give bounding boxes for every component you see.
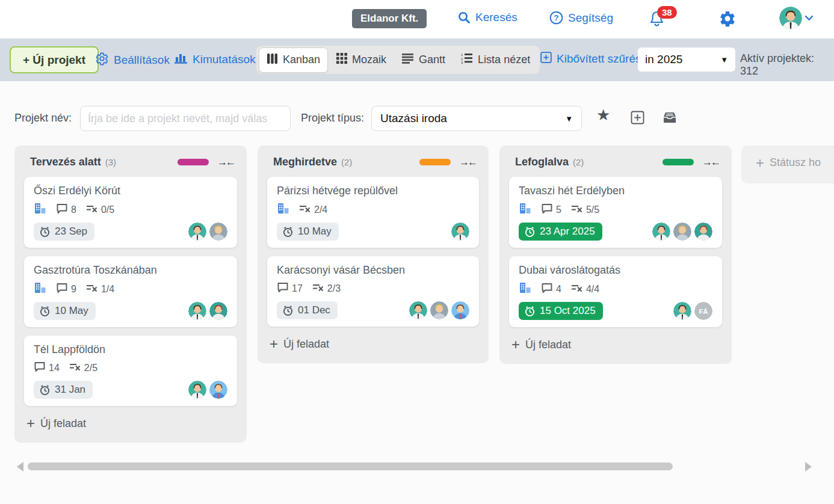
notifications-button[interactable]: 38: [649, 10, 676, 31]
assignee-avatar: [209, 302, 227, 320]
column-color-pill: [419, 159, 451, 165]
add-status-button[interactable]: +Státusz ho: [756, 156, 821, 170]
checklist-progress: 2/4: [314, 204, 327, 215]
tab-lista-nezet[interactable]: 123 Lista nézet: [454, 48, 537, 72]
project-card[interactable]: Őszi Erdélyi Körút80/523 Sep: [24, 177, 237, 248]
search-button[interactable]: Keresés: [457, 11, 517, 24]
svg-text:FÁ: FÁ: [699, 308, 708, 315]
card-title: Gasztrotúra Toszkánában: [34, 264, 227, 277]
project-card[interactable]: Gasztrotúra Toszkánában91/410 May: [24, 256, 237, 327]
project-card[interactable]: Párizsi hétvége repülővel2/410 May: [267, 177, 479, 248]
kanban-column: Meghirdetve(2)→←Párizsi hétvége repülőve…: [258, 146, 489, 363]
project-name-label: Projekt név:: [14, 112, 72, 124]
tab-label: Lista nézet: [478, 54, 530, 66]
project-card[interactable]: Dubai városlátogatás44/415 Oct 2025FÁ: [509, 256, 722, 327]
checklist-progress: 1/4: [101, 284, 114, 295]
collapse-column-icon[interactable]: →←: [217, 156, 236, 168]
comments-icon: [541, 283, 553, 296]
comments-count: 17: [292, 283, 303, 294]
help-button[interactable]: ? Segítség: [549, 11, 613, 25]
svg-text:2: 2: [461, 57, 463, 61]
collapse-column-icon[interactable]: →←: [459, 156, 478, 168]
settings-link[interactable]: Beállítások: [95, 52, 170, 69]
assignee-avatar: [652, 223, 670, 241]
add-task-button[interactable]: +Új feladat: [14, 406, 247, 439]
project-type-select[interactable]: Utazási iroda ▼: [371, 106, 582, 131]
card-title: Tavaszi hét Erdélyben: [519, 185, 712, 197]
assignee-avatar: FÁ: [694, 302, 712, 320]
svg-text:1: 1: [461, 53, 463, 57]
comments-icon: [277, 282, 289, 295]
checklist-icon: [86, 283, 98, 295]
column-title: Meghirdetve: [273, 156, 337, 168]
add-status-column[interactable]: +Státusz ho: [741, 146, 834, 183]
card-meta: 172/3: [277, 282, 469, 295]
kanban-column: Lefoglalva(2)→←Tavaszi hét Erdélyben55/5…: [499, 146, 732, 364]
assignee-avatars: [188, 381, 227, 399]
due-date-text: 23 Apr 2025: [540, 226, 595, 238]
caret-down-icon: ▼: [565, 114, 573, 123]
assignee-avatar: [673, 223, 691, 241]
checklist-progress: 2/5: [84, 363, 97, 373]
due-date-text: 10 May: [298, 226, 332, 238]
add-task-button[interactable]: +Új feladat: [499, 327, 732, 360]
card-meta: 2/4: [277, 203, 469, 217]
due-date-text: 15 Oct 2025: [540, 305, 596, 317]
project-card[interactable]: Tél Lappföldön142/531 Jan: [24, 336, 237, 406]
tab-kanban[interactable]: Kanban: [259, 48, 328, 73]
add-task-button[interactable]: +Új feladat: [258, 327, 489, 360]
card-meta: 142/5: [34, 361, 227, 375]
gear-icon: [95, 52, 109, 69]
filter-row: Projekt név: Projekt típus: Utazási irod…: [0, 106, 834, 132]
checklist-progress: 5/5: [586, 204, 599, 215]
column-count: (2): [573, 157, 584, 167]
bar-chart-icon: [175, 52, 188, 67]
assignee-avatar: [694, 223, 712, 241]
year-filter-select[interactable]: in 2025 ▼: [638, 48, 735, 72]
due-date-badge: 15 Oct 2025: [519, 302, 603, 320]
add-plus-square-icon[interactable]: [631, 111, 644, 127]
comments-icon: [56, 283, 68, 296]
comments-count: 14: [49, 363, 60, 373]
plus-icon: +: [511, 337, 520, 352]
company-building-icon: [277, 203, 289, 217]
reports-link[interactable]: Kimutatások: [175, 52, 256, 67]
tab-mozaik[interactable]: Mozaik: [329, 48, 394, 72]
list-view-icon: 123: [461, 53, 473, 67]
due-date-badge: 23 Apr 2025: [519, 223, 602, 241]
due-date-badge: 23 Sep: [34, 223, 94, 241]
extended-filter-link[interactable]: Kibővített szűrés: [540, 52, 641, 66]
alarm-clock-icon: [524, 226, 536, 238]
new-project-button[interactable]: + Új projekt: [10, 46, 99, 73]
svg-text:?: ?: [554, 13, 559, 22]
horizontal-scrollbar-thumb[interactable]: [28, 463, 673, 470]
column-title: Lefoglalva: [515, 156, 569, 168]
scroll-left-arrow[interactable]: [17, 462, 23, 472]
project-card[interactable]: Karácsonyi vásár Bécsben172/301 Dec: [267, 256, 479, 327]
collapse-column-icon[interactable]: →←: [702, 156, 721, 168]
help-label: Segítség: [568, 11, 613, 25]
company-building-icon: [34, 203, 46, 217]
tab-label: Kanban: [283, 54, 320, 66]
add-task-label: Új feladat: [283, 338, 329, 351]
chevron-down-icon: [805, 13, 814, 23]
tab-label: Gantt: [419, 54, 445, 66]
archive-inbox-icon[interactable]: [661, 111, 678, 128]
project-card[interactable]: Tavaszi hét Erdélyben55/523 Apr 2025: [509, 177, 722, 248]
tab-gantt[interactable]: Gantt: [395, 49, 453, 72]
add-task-label: Új feladat: [40, 417, 86, 430]
project-type-label: Projekt típus:: [301, 112, 364, 124]
column-color-pill: [178, 159, 209, 165]
scroll-right-arrow[interactable]: [805, 462, 812, 472]
gantt-icon: [402, 54, 414, 67]
favorite-star-icon[interactable]: ★: [596, 107, 610, 123]
checklist-icon: [571, 283, 583, 295]
settings-gear-button[interactable]: [718, 10, 737, 30]
assignee-avatar: [451, 223, 469, 241]
plus-icon: +: [26, 416, 35, 431]
project-name-input[interactable]: [80, 106, 291, 131]
due-date-text: 23 Sep: [55, 226, 87, 238]
kanban-icon: [267, 53, 278, 67]
assignee-avatars: [451, 223, 469, 241]
user-menu[interactable]: [779, 7, 814, 29]
